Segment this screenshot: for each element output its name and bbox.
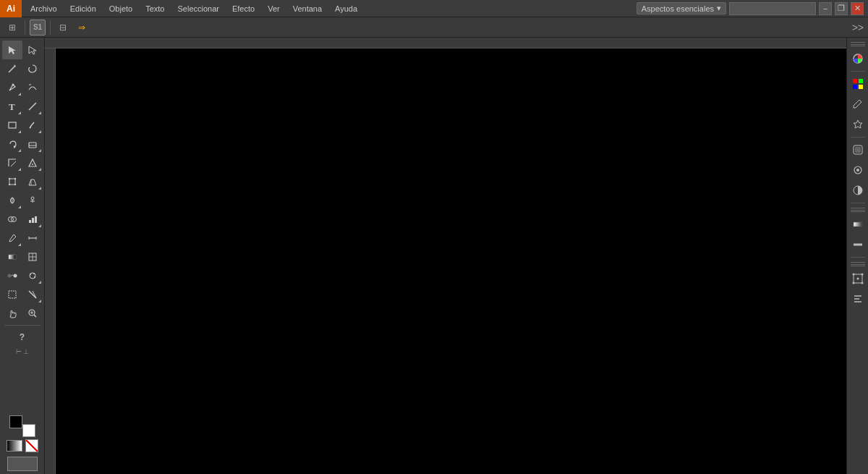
menu-ver[interactable]: Ver <box>262 3 286 14</box>
stroke-panel-btn[interactable] <box>848 235 867 254</box>
svg-text:T: T <box>9 101 15 111</box>
search-input[interactable] <box>729 2 816 15</box>
mesh-tool[interactable] <box>22 247 43 266</box>
zoom-tool[interactable] <box>22 304 43 323</box>
pen-tool[interactable] <box>2 78 22 97</box>
artboard-tool[interactable] <box>2 285 22 304</box>
transparency-panel-btn[interactable] <box>848 181 867 200</box>
gradient-swatch[interactable] <box>7 440 22 452</box>
perspective-tool[interactable] <box>22 172 43 191</box>
fill-color[interactable] <box>9 415 22 428</box>
shape-builder-tool[interactable] <box>2 210 22 229</box>
line-tool[interactable] <box>22 97 43 116</box>
eraser-tool[interactable] <box>22 135 43 153</box>
grip-line-8 <box>851 264 865 265</box>
eyedropper-tool[interactable] <box>2 229 22 247</box>
ruler-top <box>45 38 846 48</box>
close-button[interactable]: ✕ <box>851 2 864 15</box>
minimize-button[interactable]: − <box>819 2 832 15</box>
rectangle-tool[interactable] <box>2 116 22 135</box>
align-panel-btn[interactable] <box>848 289 867 308</box>
svg-point-12 <box>32 164 33 165</box>
swatches-panel-btn[interactable] <box>848 75 867 93</box>
svg-point-15 <box>14 178 15 179</box>
scale-tool[interactable] <box>2 153 22 172</box>
right-panel-sep-3 <box>851 203 865 203</box>
canvas-content[interactable] <box>56 48 846 474</box>
gradient-panel-btn[interactable] <box>848 215 867 234</box>
appearance-box[interactable] <box>7 457 38 471</box>
pencil-tool[interactable] <box>22 116 43 135</box>
measure-tool[interactable] <box>22 229 43 247</box>
selection-tool[interactable] <box>2 41 22 59</box>
ai-logo: Ai <box>0 0 22 17</box>
ctrl-view[interactable]: ⊟ <box>55 20 71 35</box>
svg-rect-53 <box>853 85 857 89</box>
svg-point-37 <box>7 274 11 278</box>
color-area <box>4 412 41 455</box>
help-tool[interactable]: ? <box>12 328 33 347</box>
menu-ayuda[interactable]: Ayuda <box>329 3 363 14</box>
svg-rect-13 <box>9 179 15 185</box>
svg-line-47 <box>34 315 36 317</box>
stroke-color[interactable] <box>22 424 35 437</box>
menu-ventana[interactable]: Ventana <box>287 3 328 14</box>
svg-rect-26 <box>29 220 31 223</box>
menu-edicion[interactable]: Edición <box>64 3 102 14</box>
menu-bar: Ai Archivo Edición Objeto Texto Seleccio… <box>0 0 868 17</box>
canvas-area[interactable] <box>45 38 846 474</box>
curvature-tool[interactable] <box>22 78 43 97</box>
symbol-spray-tool[interactable] <box>22 266 43 285</box>
width-tool[interactable] <box>2 191 22 210</box>
workspace-dropdown[interactable]: Aspectos esenciales ▾ <box>637 2 726 14</box>
blend-tool[interactable] <box>2 266 22 285</box>
rotate-tool[interactable] <box>2 135 22 153</box>
ctrl-arrange[interactable]: ⊞ <box>4 20 20 35</box>
svg-point-68 <box>856 278 859 280</box>
appearance-toggle <box>7 455 38 474</box>
tool-row-6 <box>0 135 44 153</box>
symbols-panel-btn[interactable] <box>848 115 867 134</box>
live-paint-tool[interactable] <box>22 153 43 172</box>
slice-tool[interactable] <box>22 285 43 304</box>
puppet-warp-tool[interactable] <box>22 191 43 210</box>
restore-button[interactable]: ❐ <box>835 2 848 15</box>
menu-seleccionar[interactable]: Seleccionar <box>171 3 224 14</box>
grip-line-3 <box>851 46 865 46</box>
free-transform-tool[interactable] <box>2 172 22 191</box>
type-tool[interactable]: T <box>2 97 22 116</box>
direct-selection-tool[interactable] <box>22 41 43 59</box>
ctrl-s1[interactable]: S1 <box>30 20 46 35</box>
ruler-left <box>45 48 56 474</box>
chart-tool[interactable] <box>22 210 43 229</box>
ctrl-bridge[interactable]: ⇒ <box>74 20 90 35</box>
menu-objeto[interactable]: Objeto <box>103 3 138 14</box>
menu-efecto[interactable]: Efecto <box>226 3 260 14</box>
color-panel-btn[interactable] <box>848 49 867 68</box>
svg-rect-43 <box>9 291 16 298</box>
no-color-swatch[interactable] <box>25 439 38 452</box>
graphic-styles-btn[interactable] <box>848 140 867 159</box>
lasso-tool[interactable] <box>22 59 43 78</box>
panel-expand-btn[interactable]: >> <box>852 22 864 33</box>
tool-row-12 <box>0 247 44 266</box>
svg-marker-18 <box>29 179 36 185</box>
hand-tool[interactable] <box>2 304 22 323</box>
svg-point-40 <box>30 274 31 275</box>
grip-line-7 <box>851 262 865 263</box>
menu-texto[interactable]: Texto <box>140 3 170 14</box>
transform-panel-btn[interactable] <box>848 269 867 288</box>
tool-row-9 <box>0 191 44 210</box>
tool-row-8 <box>0 172 44 191</box>
menu-right: Aspectos esenciales ▾ − ❐ ✕ <box>637 2 868 15</box>
color-stack[interactable] <box>9 415 35 437</box>
gradient-tool[interactable] <box>2 247 22 266</box>
svg-marker-1 <box>14 64 16 67</box>
svg-point-42 <box>34 276 35 278</box>
appearance-panel-btn[interactable] <box>848 161 867 179</box>
brushes-panel-btn[interactable] <box>848 95 867 114</box>
menu-archivo[interactable]: Archivo <box>25 3 63 14</box>
magic-wand-tool[interactable] <box>2 59 22 78</box>
ruler-coords: ⊢ ⊥ <box>0 347 44 357</box>
tool-row-13 <box>0 266 44 285</box>
